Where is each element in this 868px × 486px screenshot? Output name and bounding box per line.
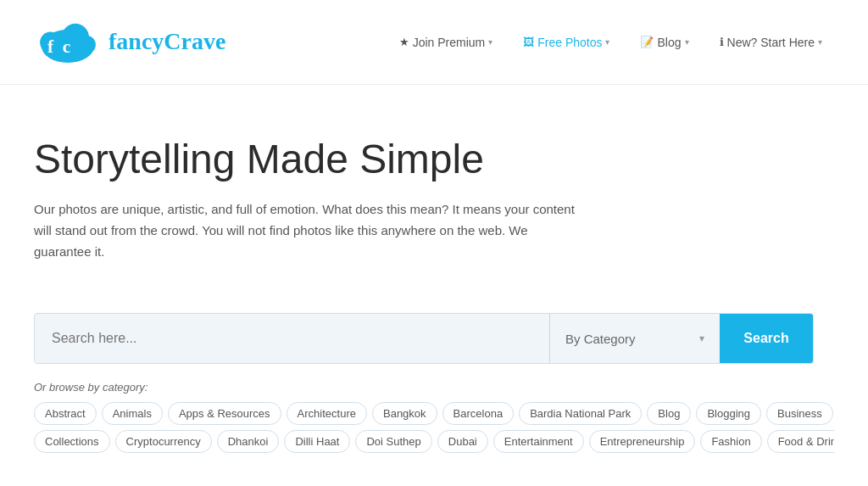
category-select[interactable]: By Category ▾ — [550, 314, 720, 363]
logo[interactable]: f c fancyCrave — [34, 8, 225, 76]
logo-text: fancyCrave — [108, 29, 225, 55]
nav-item-join-premium[interactable]: ★ Join Premium ▾ — [387, 29, 505, 56]
svg-text:c: c — [63, 36, 70, 56]
tag-item[interactable]: Architecture — [287, 402, 367, 425]
tag-item[interactable]: Barcelona — [442, 402, 515, 425]
browse-section: Or browse by category: AbstractAnimalsAp… — [0, 381, 868, 453]
tag-item[interactable]: Blogging — [696, 402, 761, 425]
blog-icon: 📝 — [640, 36, 654, 48]
nav-label-new-start: New? Start Here — [727, 36, 815, 49]
search-section: By Category ▾ Search — [0, 288, 868, 381]
category-select-label: By Category — [565, 332, 636, 346]
tag-item[interactable]: Entrepreneurship — [589, 430, 696, 453]
tag-item[interactable]: Dhankoi — [217, 430, 280, 453]
tag-item[interactable]: Animals — [102, 402, 163, 425]
nav-label-blog: Blog — [657, 36, 681, 49]
search-bar: By Category ▾ Search — [34, 313, 814, 364]
navbar: f c fancyCrave ★ Join Premium ▾ 🖼 Free P… — [0, 0, 868, 85]
tag-item[interactable]: Apps & Resources — [168, 402, 281, 425]
tag-item[interactable]: Abstract — [34, 402, 97, 425]
svg-point-3 — [78, 36, 96, 53]
tags-row-1: AbstractAnimalsApps & ResourcesArchitect… — [34, 402, 834, 425]
svg-text:f: f — [47, 36, 54, 56]
chevron-down-icon: ▾ — [488, 37, 492, 47]
tag-item[interactable]: Dubai — [437, 430, 488, 453]
hero-section: Storytelling Made Simple Our photos are … — [0, 85, 763, 288]
chevron-down-icon: ▾ — [699, 332, 704, 344]
tag-item[interactable]: Dilli Haat — [284, 430, 350, 453]
tags-row-2: CollectionsCryptocurrencyDhankoiDilli Ha… — [34, 430, 834, 453]
hero-subtitle: Our photos are unique, artistic, and ful… — [34, 199, 585, 262]
search-input[interactable] — [35, 314, 549, 363]
search-button[interactable]: Search — [720, 314, 813, 363]
tag-item[interactable]: Fashion — [700, 430, 761, 453]
photo-icon: 🖼 — [523, 36, 534, 48]
info-icon: ℹ — [720, 36, 724, 48]
tag-item[interactable]: Bangkok — [372, 402, 437, 425]
chevron-down-icon: ▾ — [685, 37, 689, 47]
nav-label-free-photos: Free Photos — [537, 36, 602, 49]
hero-title: Storytelling Made Simple — [34, 136, 729, 182]
tag-item[interactable]: Food & Drink — [767, 430, 834, 453]
browse-label: Or browse by category: — [34, 381, 834, 394]
tag-item[interactable]: Business — [766, 402, 833, 425]
chevron-down-icon: ▾ — [605, 37, 609, 47]
tag-item[interactable]: Entertainment — [493, 430, 584, 453]
star-icon: ★ — [399, 36, 409, 48]
tag-item[interactable]: Cryptocurrency — [115, 430, 212, 453]
nav-label-join-premium: Join Premium — [413, 36, 486, 49]
nav-item-new-start[interactable]: ℹ New? Start Here ▾ — [708, 29, 834, 56]
tag-item[interactable]: Collections — [34, 430, 110, 453]
nav-item-free-photos[interactable]: 🖼 Free Photos ▾ — [511, 29, 621, 56]
tag-item[interactable]: Blog — [647, 402, 691, 425]
nav-links: ★ Join Premium ▾ 🖼 Free Photos ▾ 📝 Blog … — [387, 29, 834, 56]
chevron-down-icon: ▾ — [818, 37, 822, 47]
nav-item-blog[interactable]: 📝 Blog ▾ — [628, 29, 700, 56]
tag-item[interactable]: Bardia National Park — [519, 402, 642, 425]
tag-item[interactable]: Doi Suthep — [355, 430, 431, 453]
